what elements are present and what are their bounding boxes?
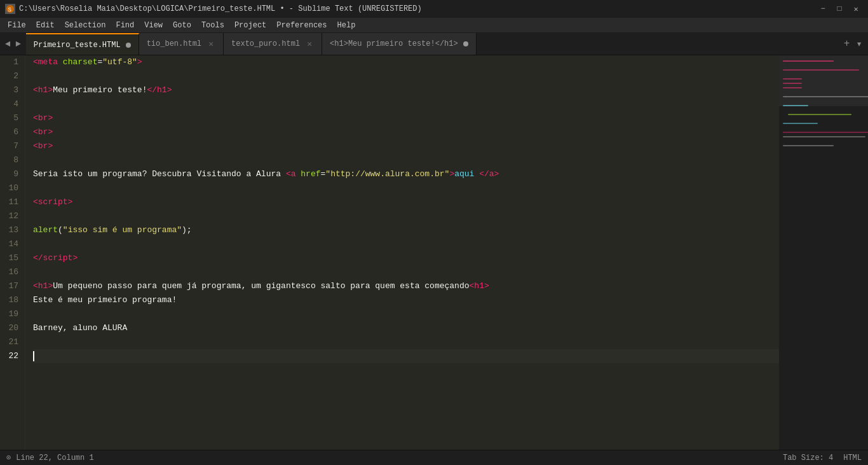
svg-rect-9 [788, 114, 851, 115]
line-num-13: 13 [5, 223, 18, 237]
tab-close-icon[interactable]: ✕ [207, 39, 215, 48]
cursor-position[interactable]: Line 22, Column 1 [16, 454, 93, 462]
line-numbers: 1 2 3 4 5 6 7 8 9 10 11 12 13 14 15 16 1… [0, 55, 25, 450]
code-line-1: <meta charset="utf-8"> [33, 55, 779, 69]
tab-close-icon[interactable]: ✕ [305, 39, 314, 48]
line-num-16: 16 [5, 265, 18, 279]
code-line-17: <h1>Um pequeno passo para quem já progra… [33, 279, 779, 293]
line-num-6: 6 [5, 125, 18, 139]
minimap[interactable] [779, 55, 868, 450]
line-num-1: 1 [5, 55, 18, 69]
code-line-6: <br> [33, 125, 779, 139]
syntax-label[interactable]: HTML [843, 454, 862, 462]
line-num-22: 22 [5, 349, 18, 363]
code-line-2 [33, 69, 779, 83]
code-line-11: <script> [33, 195, 779, 209]
svg-rect-12 [783, 136, 865, 137]
tab-h1-meu-primeiro[interactable]: <h1>Meu primeiro teste!</h1> [322, 33, 477, 55]
tab-label: texto_puro.html [231, 39, 300, 48]
line-num-18: 18 [5, 293, 18, 307]
code-line-12 [33, 209, 779, 223]
title-bar: S C:\Users\Roselia Maia\Desktop\LOGICA\P… [0, 0, 868, 18]
code-editor[interactable]: <meta charset="utf-8"> <h1>Meu primeiro … [25, 55, 779, 450]
tab-label: tio_ben.html [147, 39, 201, 48]
code-line-16 [33, 265, 779, 279]
window-title: C:\Users\Roselia Maia\Desktop\LOGICA\Pri… [19, 4, 422, 13]
code-line-10 [33, 181, 779, 195]
tab-tio-ben[interactable]: tio_ben.html ✕ [139, 33, 224, 55]
tab-next-button[interactable]: ► [13, 39, 23, 49]
code-line-9: Seria isto um programa? Descubra Visitan… [33, 167, 779, 181]
minimap-viewport [779, 55, 868, 106]
line-num-4: 4 [5, 97, 18, 111]
menu-file[interactable]: File [3, 20, 31, 31]
tab-navigation: ◄ ► [0, 33, 26, 55]
line-num-5: 5 [5, 111, 18, 125]
code-line-13: alert("isso sim é um programa"); [33, 223, 779, 237]
line-num-17: 17 [5, 279, 18, 293]
code-line-19 [33, 307, 779, 321]
tab-list-button[interactable]: ▾ [854, 38, 864, 50]
status-bar: ⊙ Line 22, Column 1 Tab Size: 4 HTML [0, 450, 868, 465]
app-icon: S [5, 4, 15, 14]
code-line-8 [33, 153, 779, 167]
line-num-21: 21 [5, 335, 18, 349]
line-num-9: 9 [5, 167, 18, 181]
code-line-18: Este é meu primeiro programa! [33, 293, 779, 307]
tab-prev-button[interactable]: ◄ [3, 39, 13, 49]
line-num-20: 20 [5, 321, 18, 335]
maximize-button[interactable]: □ [832, 2, 846, 16]
editor-container: 1 2 3 4 5 6 7 8 9 10 11 12 13 14 15 16 1… [0, 55, 868, 450]
code-line-14 [33, 237, 779, 251]
line-num-15: 15 [5, 251, 18, 265]
line-num-11: 11 [5, 195, 18, 209]
tab-primeiro-teste[interactable]: Primeiro_teste.HTML [26, 33, 139, 55]
code-line-4 [33, 97, 779, 111]
code-line-20: Barney, aluno ALURA [33, 321, 779, 335]
tab-actions: + ▾ [838, 33, 868, 55]
tab-texto-puro[interactable]: texto_puro.html ✕ [224, 33, 322, 55]
svg-rect-13 [783, 145, 834, 146]
line-num-3: 3 [5, 83, 18, 97]
line-num-2: 2 [5, 69, 18, 83]
tab-bar: ◄ ► Primeiro_teste.HTML tio_ben.html ✕ t… [0, 33, 868, 55]
line-num-19: 19 [5, 307, 18, 321]
menu-view[interactable]: View [139, 20, 168, 31]
svg-text:S: S [8, 7, 11, 13]
menu-preferences[interactable]: Preferences [271, 20, 332, 31]
menu-project[interactable]: Project [229, 20, 271, 31]
tab-size[interactable]: Tab Size: 4 [783, 454, 833, 462]
code-line-22 [33, 349, 779, 363]
line-num-8: 8 [5, 153, 18, 167]
minimize-button[interactable]: − [816, 2, 830, 16]
menu-find[interactable]: Find [111, 20, 139, 31]
vcs-icon: ⊙ [6, 453, 11, 462]
menu-edit[interactable]: Edit [31, 20, 60, 31]
menu-tools[interactable]: Tools [196, 20, 229, 31]
tab-dirty-indicator [463, 41, 468, 46]
status-bar-left: ⊙ Line 22, Column 1 [6, 453, 94, 462]
menu-bar: File Edit Selection Find View Goto Tools… [0, 18, 868, 33]
svg-rect-10 [783, 123, 818, 124]
window-controls[interactable]: − □ ✕ [816, 2, 863, 16]
menu-goto[interactable]: Goto [168, 20, 196, 31]
menu-selection[interactable]: Selection [60, 20, 111, 31]
line-num-7: 7 [5, 139, 18, 153]
line-num-12: 12 [5, 209, 18, 223]
tab-dirty-indicator [126, 43, 131, 48]
line-num-10: 10 [5, 181, 18, 195]
code-line-3: <h1>Meu primeiro teste!</h1> [33, 83, 779, 97]
code-line-15: </script> [33, 251, 779, 265]
menu-help[interactable]: Help [332, 20, 361, 31]
tab-label: <h1>Meu primeiro teste!</h1> [330, 39, 458, 48]
title-bar-left: S C:\Users\Roselia Maia\Desktop\LOGICA\P… [5, 4, 422, 14]
code-line-7: <br> [33, 139, 779, 153]
line-num-14: 14 [5, 237, 18, 251]
code-line-21 [33, 335, 779, 349]
add-tab-button[interactable]: + [842, 38, 852, 50]
text-cursor [33, 351, 34, 361]
tab-label: Primeiro_teste.HTML [34, 41, 121, 50]
code-line-5: <br> [33, 111, 779, 125]
close-button[interactable]: ✕ [849, 2, 863, 16]
svg-rect-11 [783, 132, 868, 133]
